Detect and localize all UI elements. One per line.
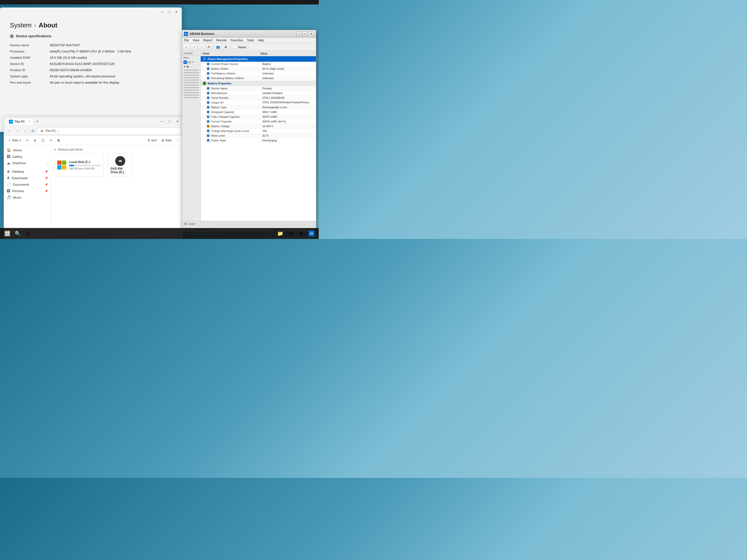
aida-main-panel: Field Value Power Management Properties … [201, 51, 316, 221]
sidebar-label-documents: Documents [13, 183, 29, 186]
cut-button[interactable]: ✂ [24, 138, 31, 143]
sidebar-label-downloads: Downloads [12, 176, 28, 180]
power-management-section[interactable]: Power Management Properties [201, 56, 316, 62]
pictures-pin: 📌 [45, 190, 48, 192]
aida-refresh-btn[interactable]: ⟳ [205, 44, 212, 50]
aida-tree-arrow-2: ▼ [183, 65, 186, 68]
aida-close-btn[interactable]: ✕ [309, 32, 314, 36]
folder-icon: 📁 [277, 231, 283, 236]
system-about-window: — □ ✕ System › About ⏻ Device specificat… [0, 7, 182, 132]
sidebar-item-downloads[interactable]: ⬇ Downloads 📌 [4, 175, 51, 181]
field-icon-cycle-count [207, 129, 210, 132]
aida-content: Favorites Menu 64 AID ▼ ▼ 💻 [182, 51, 316, 221]
aida-users-btn[interactable]: 👥 [215, 44, 222, 50]
taskbar-start[interactable]: 🪟 [2, 229, 12, 238]
taskbar-taskview[interactable]: ⊟ [23, 229, 33, 238]
desktop-pin: 📌 [45, 170, 48, 173]
row-full-charged: Fully Charged Capacity 32672 mWh [201, 114, 316, 119]
menu-view[interactable]: View [191, 38, 201, 43]
taskbar-search[interactable]: 🔍 [13, 229, 22, 238]
taskbar-mail[interactable]: ✉ [286, 229, 295, 238]
favorites-header: Favorites [182, 51, 201, 56]
dvd-drive-d[interactable]: DVD DVD RW Drive (D:) [108, 153, 133, 177]
tree-item-bar [183, 82, 199, 83]
local-disk-icon [57, 160, 67, 170]
documents-pin: 📌 [45, 183, 48, 186]
sidebar-item-gallery[interactable]: 🖼 Gallery [4, 153, 51, 160]
system-minimize-btn[interactable]: — [159, 8, 166, 16]
spec-label-processor: Processor [10, 50, 50, 53]
battery-properties-section[interactable]: Battery Properties [201, 81, 316, 86]
explorer-close-btn[interactable]: ✕ [174, 118, 181, 125]
system-maximize-btn[interactable]: □ [166, 8, 173, 16]
spec-row-pen-touch: Pen and touch No pen or touch input is a… [10, 79, 172, 86]
taskbar-aida64[interactable]: 64 [307, 229, 316, 238]
tree-item-bar [183, 89, 199, 90]
taskbar-explorer[interactable]: 📁 [275, 229, 285, 238]
taskbar-settings[interactable]: ⚙ [296, 229, 306, 238]
value-battery-status: 94 % (High Level) [260, 66, 316, 71]
tree-item-bar [183, 77, 199, 78]
new-button[interactable]: ＋ New ∨ [6, 137, 23, 143]
field-icon-unique-id [207, 101, 210, 104]
sort-button[interactable]: ⇅ Sort [146, 138, 159, 143]
refresh-button[interactable]: ⟳ [30, 128, 36, 134]
gallery-icon: 🖼 [7, 155, 10, 159]
new-tab-button[interactable]: + [34, 118, 40, 125]
aida-tree-label-1: AID [187, 61, 191, 63]
delete-button[interactable]: 🗑 [55, 138, 62, 143]
aida-monitor-btn[interactable]: 🖥 [222, 44, 229, 50]
system-close-btn[interactable]: ✕ [173, 8, 180, 16]
aida-forward-btn[interactable]: → [190, 44, 198, 50]
back-button[interactable]: ← [6, 128, 13, 134]
value-full-lifetime: Unknown [260, 71, 316, 76]
aida-report-btn[interactable]: 📄 Report [231, 45, 249, 49]
row-battery-type: Battery Type Rechargeable Li-Ion [201, 105, 316, 110]
explorer-tab[interactable]: 🖥 This PC ✕ [6, 118, 33, 125]
tree-item-bar [183, 92, 199, 93]
explorer-tab-close[interactable]: ✕ [28, 120, 30, 123]
aida-up-btn[interactable]: ↑ [198, 44, 205, 50]
forward-button[interactable]: → [14, 128, 21, 134]
aida-minimize-btn[interactable]: — [297, 32, 302, 36]
more-button[interactable]: ··· [175, 138, 181, 143]
aida-tree-item-2[interactable]: ▼ 💻 [182, 65, 201, 69]
field-label-power-state: Power State [211, 139, 226, 142]
view-button[interactable]: ⊞ View [160, 138, 174, 143]
sidebar-item-pictures[interactable]: 🖼 Pictures 📌 [4, 188, 51, 194]
aida-tree-item-1[interactable]: 64 AID ▼ [182, 60, 201, 65]
address-bar[interactable]: 🖥 This PC › [37, 128, 181, 134]
menu-report[interactable]: Report [201, 38, 214, 43]
aida-maximize-btn[interactable]: □ [303, 32, 308, 36]
aida-back-btn[interactable]: ← [183, 44, 190, 50]
sidebar-item-music[interactable]: 🎵 Music [4, 194, 51, 201]
sidebar-item-desktop[interactable]: 🖥 Desktop 📌 [4, 168, 51, 175]
menu-file[interactable]: File [182, 38, 191, 43]
explorer-minimize-btn[interactable]: — [158, 118, 165, 125]
sidebar-item-documents[interactable]: 📄 Documents 📌 [4, 181, 51, 188]
power-mgmt-icon [203, 57, 206, 61]
menu-tools[interactable]: Tools [245, 38, 256, 43]
explorer-maximize-btn[interactable]: □ [166, 118, 173, 125]
battery-props-icon [203, 82, 206, 85]
rename-button[interactable]: ✏ [48, 138, 54, 143]
aida-menubar: File View Report Remote Favorites Tools … [182, 37, 316, 43]
menu-favorites[interactable]: Favorites [229, 38, 245, 43]
sidebar-label-desktop: Desktop [12, 170, 24, 174]
sidebar-item-home[interactable]: 🏠 Home [4, 147, 51, 153]
menu-remote[interactable]: Remote [214, 38, 229, 43]
paste-button[interactable]: 📋 [39, 138, 47, 143]
local-disk-c[interactable]: Local Disk (C:) 394 GB free of 464 GB [54, 153, 104, 177]
onedrive-expand[interactable]: › [47, 162, 48, 164]
onedrive-icon: ☁ [7, 161, 10, 165]
drives-section-header[interactable]: ∨ Devices and drives [54, 148, 180, 151]
aida-tree-icon-1: 64 [183, 60, 187, 64]
field-icon-full-charged [207, 115, 210, 118]
tree-item-bar [183, 85, 199, 86]
copy-button[interactable]: ⧉ [32, 138, 38, 143]
sidebar-item-onedrive[interactable]: ☁ OneDrive › [4, 160, 51, 166]
field-icon-current-capacity [207, 120, 210, 123]
up-button[interactable]: ↑ [22, 128, 29, 134]
menu-help[interactable]: Help [256, 38, 266, 43]
tree-item-bar [183, 87, 199, 88]
